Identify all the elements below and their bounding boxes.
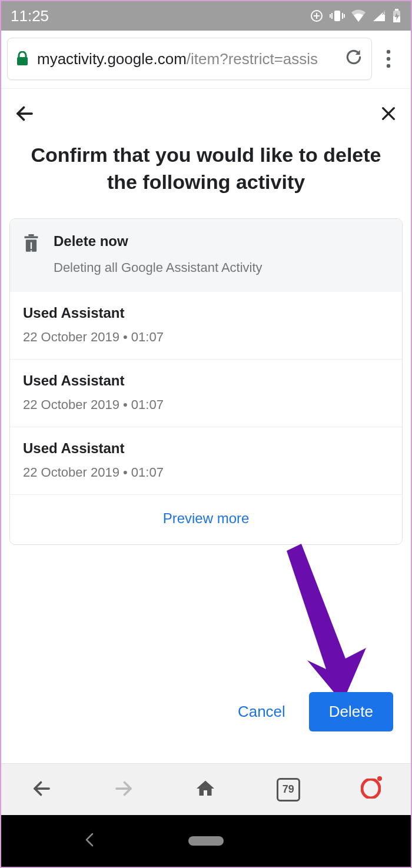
activity-item: Used Assistant 22 October 2019 • 01:07 xyxy=(10,292,402,360)
svg-rect-3 xyxy=(334,11,340,21)
card-header: Delete now Deleting all Google Assistant… xyxy=(10,219,402,292)
svg-text:x: x xyxy=(382,9,386,16)
activity-date: 22 October 2019 • 01:07 xyxy=(23,330,389,345)
svg-point-14 xyxy=(387,50,390,54)
dialog-actions: Cancel Delete xyxy=(234,692,393,731)
page-header xyxy=(1,89,411,131)
back-button[interactable] xyxy=(14,103,35,127)
annotation-arrow xyxy=(278,544,372,703)
card-subtitle: Deleting all Google Assistant Activity xyxy=(54,260,263,275)
system-nav xyxy=(1,815,411,867)
svg-rect-7 xyxy=(344,14,345,18)
vibrate-icon xyxy=(330,9,345,23)
notification-dot-icon xyxy=(377,776,382,781)
data-saver-icon xyxy=(310,9,324,23)
cancel-button[interactable]: Cancel xyxy=(234,697,289,727)
delete-card: Delete now Deleting all Google Assistant… xyxy=(9,218,403,545)
address-bar[interactable]: myactivity.google.com/item?restrict=assi… xyxy=(7,38,372,80)
svg-rect-21 xyxy=(25,236,38,238)
browser-bottom-nav: 79 xyxy=(1,763,411,815)
card-title: Delete now xyxy=(54,233,263,250)
url-text: myactivity.google.com/item?restrict=assi… xyxy=(37,50,331,68)
page-title: Confirm that you would like to delete th… xyxy=(1,131,411,212)
battery-icon xyxy=(392,9,401,23)
svg-point-15 xyxy=(387,57,390,61)
system-back-button[interactable] xyxy=(84,832,95,850)
activity-title: Used Assistant xyxy=(23,373,389,389)
nav-back-button[interactable] xyxy=(31,778,52,802)
svg-point-16 xyxy=(387,64,390,68)
activity-title: Used Assistant xyxy=(23,440,389,457)
nav-tabs-button[interactable]: 79 xyxy=(277,778,300,802)
svg-rect-22 xyxy=(28,234,34,236)
activity-date: 22 October 2019 • 01:07 xyxy=(23,397,389,413)
activity-title: Used Assistant xyxy=(23,305,389,321)
svg-point-27 xyxy=(362,779,380,798)
svg-rect-24 xyxy=(31,250,32,251)
activity-date: 22 October 2019 • 01:07 xyxy=(23,465,389,480)
system-home-pill[interactable] xyxy=(188,836,224,846)
activity-item: Used Assistant 22 October 2019 • 01:07 xyxy=(10,360,402,427)
wifi-icon xyxy=(351,9,366,22)
svg-rect-13 xyxy=(17,57,28,65)
activity-item: Used Assistant 22 October 2019 • 01:07 xyxy=(10,427,402,495)
preview-more-link[interactable]: Preview more xyxy=(10,495,402,544)
nav-forward-button[interactable] xyxy=(113,778,134,802)
svg-rect-4 xyxy=(331,13,333,19)
signal-icon: x xyxy=(372,9,386,22)
nav-opera-button[interactable] xyxy=(361,779,381,801)
trash-icon xyxy=(23,233,39,275)
lock-icon xyxy=(16,51,29,66)
delete-button[interactable]: Delete xyxy=(309,692,393,731)
svg-rect-23 xyxy=(31,242,32,248)
svg-rect-5 xyxy=(342,13,343,19)
device-frame: 11:25 x myactivity.google.com/item?restr… xyxy=(0,0,412,868)
status-bar: 11:25 x xyxy=(1,1,411,31)
status-time: 11:25 xyxy=(11,7,49,25)
status-icons: x xyxy=(310,9,401,23)
svg-rect-6 xyxy=(330,14,331,18)
browser-menu-button[interactable] xyxy=(372,49,405,68)
svg-rect-11 xyxy=(395,9,398,11)
reload-button[interactable] xyxy=(344,48,363,71)
browser-toolbar: myactivity.google.com/item?restrict=assi… xyxy=(1,31,411,89)
close-button[interactable] xyxy=(379,104,398,125)
nav-home-button[interactable] xyxy=(195,778,216,802)
